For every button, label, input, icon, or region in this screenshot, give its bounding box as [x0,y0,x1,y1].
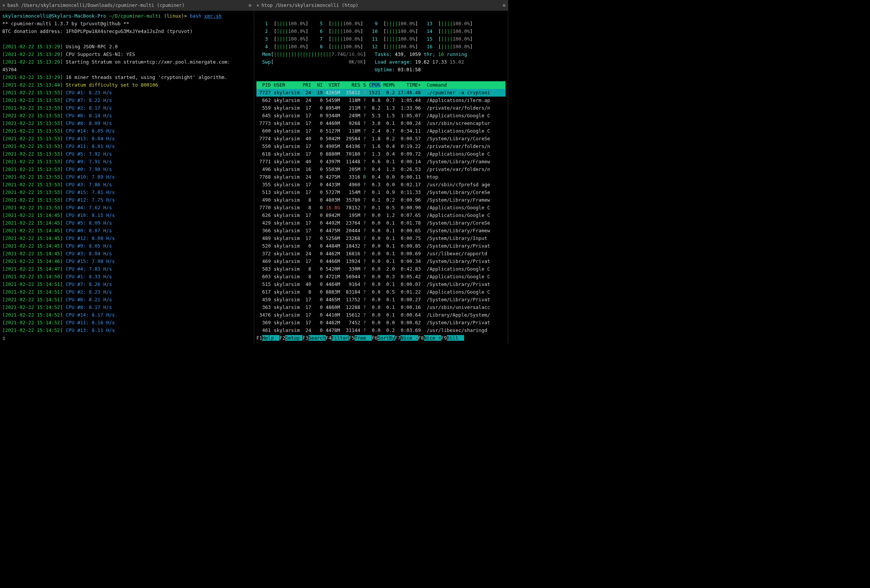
close-icon[interactable]: × [2,2,5,9]
right-pane: × htop /Users/skylarsimoncelli (htop) ⊖ … [254,0,508,343]
process-row[interactable]: 662 skylarsim 24 0 5459M 118M ? 8.8 0.7 … [256,97,506,104]
process-row[interactable]: 559 skylarsim 17 0 8954M 211M ? 8.2 1.3 … [256,104,506,112]
process-row[interactable]: 7770 skylarsim 8 0 16.8G 78152 ? 0.1 0.5… [256,204,506,212]
left-tabbar: × bash /Users/skylarsimoncelli/Downloads… [0,0,254,11]
process-row[interactable]: 603 skylarsim 8 0 4721M 56944 ? 0.0 0.3 … [256,273,506,281]
process-row[interactable]: 7768 skylarsim 24 0 4275M 3316 R 0.4 0.0… [256,173,506,181]
left-tab-title[interactable]: bash /Users/skylarsimoncelli/Downloads/c… [7,2,246,9]
process-row[interactable]: 618 skylarsim 17 0 8880M 70180 ? 1.3 0.4… [256,150,506,158]
process-row[interactable]: 372 skylarsim 24 0 4462M 16816 ? 0.0 0.1… [256,250,506,258]
process-row[interactable]: 355 skylarsim 17 0 4433M 4960 ? 0.3 0.0 … [256,181,506,189]
process-row[interactable]: 461 skylarsim 24 0 4478M 31144 ? 0.0 0.2… [256,327,506,334]
right-tab-title[interactable]: htop /Users/skylarsimoncelli (htop) [261,2,501,9]
process-row[interactable]: 550 skylarsim 17 0 4905M 64196 ? 1.6 0.4… [256,143,506,150]
process-row[interactable]: 7773 skylarsim 17 0 4460M 9268 ? 3.0 0.1… [256,120,506,127]
process-row[interactable]: 600 skylarsim 17 0 5127M 118M ? 2.4 0.7 … [256,127,506,135]
menu-icon[interactable]: ⊖ [503,2,506,9]
htop-fkeys[interactable]: F1Help F2Setup F3SearchF4FilterF5Tree F6… [256,334,506,342]
process-row[interactable]: 617 skylarsim 8 0 8883M 83184 ? 0.0 0.5 … [256,288,506,296]
process-row[interactable]: 520 skylarsim 0 0 4484M 18432 ? 0.0 0.1 … [256,242,506,250]
menu-icon[interactable]: ⊖ [249,2,251,9]
process-row[interactable]: 645 skylarsim 17 0 9344M 249M ? 5.3 1.5 … [256,112,506,120]
process-row[interactable]: 489 skylarsim 17 0 5256M 23268 ? 0.0 0.1… [256,235,506,242]
process-row[interactable]: 515 skylarsim 40 0 4464M 9164 ? 0.0 0.1 … [256,281,506,288]
right-terminal[interactable]: 1 [||||100.0%] 5 [||||100.0%] 9 [||||100… [254,11,508,343]
process-row[interactable]: 7727 skylarsim 24 19 4265M 35812 ? 1521 … [256,89,506,97]
process-row[interactable]: 7771 skylarsim 40 0 4397M 11448 ? 0.6 0.… [256,158,506,166]
left-pane: × bash /Users/skylarsimoncelli/Downloads… [0,0,254,343]
process-row[interactable]: 583 skylarsim 8 0 5420M 330M ? 0.0 2.0 0… [256,265,506,273]
process-row[interactable]: 363 skylarsim 17 0 4860M 12288 ? 0.0 0.1… [256,304,506,311]
process-row[interactable]: 459 skylarsim 17 0 4465M 11752 ? 0.0 0.1… [256,296,506,304]
process-row[interactable]: 496 skylarsim 16 0 5503M 205M ? 0.4 1.3 … [256,166,506,173]
process-row[interactable]: 626 skylarsim 17 0 8942M 195M ? 0.0 1.2 … [256,212,506,219]
left-terminal[interactable]: skylarsimoncelli@Skylars-MacBook-Pro ~/D… [0,11,254,343]
process-row[interactable]: 7774 skylarsim 40 0 5042M 29584 ? 1.8 0.… [256,135,506,143]
right-tabbar: × htop /Users/skylarsimoncelli (htop) ⊖ [254,0,508,11]
process-row[interactable]: 366 skylarsim 17 0 4475M 20444 ? 0.0 0.1… [256,227,506,235]
htop-header[interactable]: PID USER PRI NI VIRT RES S CPU% MEM% TIM… [256,81,506,89]
process-row[interactable]: 469 skylarsim 17 0 4466M 13924 ? 0.0 0.1… [256,258,506,265]
close-icon[interactable]: × [256,2,259,9]
process-row[interactable]: 3476 skylarsim 17 0 4410M 15612 ? 0.0 0.… [256,311,506,319]
process-row[interactable]: 490 skylarsim 8 0 4803M 35780 ? 0.1 0.2 … [256,196,506,204]
process-row[interactable]: 429 skylarsim 17 0 4492M 23764 ? 0.0 0.1… [256,219,506,227]
process-row[interactable]: 513 skylarsim 17 0 5727M 154M ? 0.1 0.9 … [256,189,506,196]
process-row[interactable]: 369 skylarsim 17 0 4462M 7452 ? 0.0 0.0 … [256,319,506,327]
